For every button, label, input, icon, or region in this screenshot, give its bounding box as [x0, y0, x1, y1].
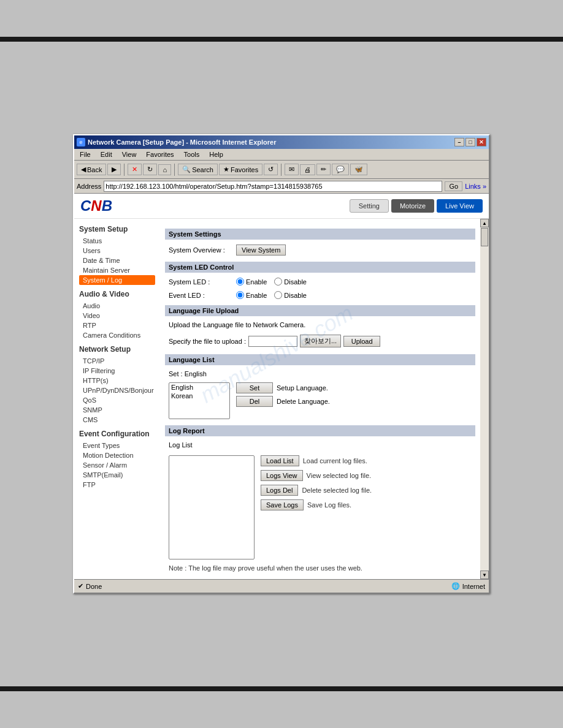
- back-button[interactable]: ◀ Back: [77, 164, 106, 175]
- log-listbox[interactable]: [169, 455, 255, 559]
- print-button[interactable]: 🖨: [300, 164, 315, 175]
- mail-button[interactable]: ✉: [285, 164, 299, 175]
- stop-button[interactable]: ✕: [128, 164, 142, 175]
- refresh-button[interactable]: ↻: [143, 164, 157, 175]
- scroll-down-button[interactable]: ▼: [480, 571, 489, 579]
- title-bar: e Network Camera [Setup Page] - Microsof…: [74, 135, 489, 149]
- menu-view[interactable]: View: [120, 150, 139, 159]
- lang-option-english[interactable]: English: [169, 383, 229, 392]
- sidebar-item-datetime[interactable]: Date & Time: [79, 256, 155, 265]
- logs-del-desc: Delete selected log file.: [302, 487, 372, 494]
- system-overview-row: System Overview : View System: [165, 243, 475, 257]
- sidebar-item-snmp[interactable]: SNMP: [79, 405, 155, 415]
- cnb-logo: CNB: [80, 197, 112, 214]
- sidebar-item-https[interactable]: HTTP(s): [79, 376, 155, 385]
- sidebar-item-video[interactable]: Video: [79, 311, 155, 320]
- sidebar-item-audio[interactable]: Audio: [79, 301, 155, 311]
- stop-icon: ✕: [132, 165, 137, 173]
- event-led-disable-radio[interactable]: [274, 291, 282, 299]
- discuss-button[interactable]: 💬: [332, 164, 349, 175]
- scrollbar[interactable]: ▲ ▼: [480, 219, 489, 579]
- sidebar-item-status[interactable]: Status: [79, 236, 155, 246]
- sidebar-item-motion-detection[interactable]: Motion Detection: [79, 450, 155, 460]
- star-icon: ★: [223, 165, 229, 173]
- sidebar-item-tcpip[interactable]: TCP/IP: [79, 356, 155, 366]
- sidebar-item-event-types[interactable]: Event Types: [79, 441, 155, 450]
- lang-set-desc: Setup Language.: [277, 384, 328, 392]
- menu-file[interactable]: File: [78, 150, 93, 159]
- view-system-button[interactable]: View System: [236, 245, 286, 256]
- menu-help[interactable]: Help: [207, 150, 225, 159]
- logs-view-desc: View selected log file.: [307, 472, 372, 479]
- lang-browse-button[interactable]: 찾아보기...: [300, 335, 341, 347]
- media-button[interactable]: ↺: [264, 164, 278, 175]
- system-led-enable-label: Enable: [236, 278, 267, 286]
- lang-set-button[interactable]: Set: [236, 382, 273, 393]
- msn-button[interactable]: 🦋: [350, 164, 367, 175]
- sidebar-item-smtp[interactable]: SMTP(Email): [79, 470, 155, 480]
- lang-listbox[interactable]: English Korean: [169, 382, 230, 419]
- sidebar-item-camera-conditions[interactable]: Camera Conditions: [79, 330, 155, 340]
- lang-list-header: Language List: [165, 354, 475, 365]
- system-led-enable-text: Enable: [246, 278, 267, 286]
- sidebar-item-ip-filtering[interactable]: IP Filtering: [79, 366, 155, 376]
- close-button[interactable]: ✕: [477, 138, 486, 146]
- log-list-label: Log List: [169, 441, 193, 449]
- scroll-up-button[interactable]: ▲: [480, 219, 489, 227]
- system-led-radio-group: Enable Disable: [236, 278, 307, 286]
- menu-tools[interactable]: Tools: [182, 150, 202, 159]
- liveview-button[interactable]: Live View: [437, 199, 483, 213]
- log-note: Note : The log file may prove useful whe…: [165, 562, 475, 574]
- sidebar-item-users[interactable]: Users: [79, 246, 155, 256]
- sidebar-item-cms[interactable]: CMS: [79, 415, 155, 425]
- system-led-label: System LED :: [169, 278, 236, 286]
- ie-window: e Network Camera [Setup Page] - Microsof…: [73, 134, 490, 594]
- sidebar-item-syslog[interactable]: System / Log: [79, 275, 155, 285]
- maximize-button[interactable]: □: [465, 138, 475, 146]
- status-done: Done: [86, 583, 102, 590]
- sidebar-item-qos[interactable]: QoS: [79, 395, 155, 405]
- forward-button[interactable]: ▶: [107, 164, 121, 175]
- system-led-enable-radio[interactable]: [236, 278, 244, 286]
- event-led-disable-label: Disable: [274, 291, 307, 299]
- lang-upload-button[interactable]: Upload: [343, 336, 380, 347]
- home-button[interactable]: ⌂: [158, 164, 171, 175]
- event-led-disable-text: Disable: [284, 292, 307, 299]
- event-led-enable-radio[interactable]: [236, 291, 244, 299]
- refresh-icon: ↻: [147, 165, 153, 173]
- search-button[interactable]: 🔍 Search: [178, 164, 218, 175]
- menu-favorites[interactable]: Favorites: [144, 150, 175, 159]
- home-icon: ⌂: [163, 166, 167, 173]
- sidebar-item-rtp[interactable]: RTP: [79, 320, 155, 330]
- sidebar-item-upnp[interactable]: UPnP/DynDNS/Bonjour: [79, 385, 155, 395]
- lang-upload-file-input[interactable]: [248, 336, 297, 347]
- logs-view-button[interactable]: Logs View: [261, 470, 303, 481]
- status-right: 🌐 Internet: [451, 582, 485, 590]
- links-button[interactable]: Links »: [465, 183, 486, 190]
- system-led-disable-radio[interactable]: [274, 278, 282, 286]
- go-button[interactable]: Go: [445, 181, 462, 191]
- load-list-button[interactable]: Load List: [261, 455, 299, 466]
- edit-button[interactable]: ✏: [316, 164, 331, 175]
- address-input[interactable]: [104, 181, 442, 192]
- menu-edit[interactable]: Edit: [99, 150, 114, 159]
- setting-button[interactable]: Setting: [350, 199, 389, 213]
- scroll-thumb[interactable]: [481, 228, 488, 246]
- print-icon: 🖨: [304, 166, 311, 173]
- sidebar-item-sensor-alarm[interactable]: Sensor / Alarm: [79, 460, 155, 470]
- system-overview-label: System Overview :: [169, 246, 236, 254]
- lang-upload-header: Language File Upload: [165, 305, 475, 316]
- save-logs-button[interactable]: Save Logs: [261, 499, 304, 510]
- sidebar-item-maintain[interactable]: Maintain Server: [79, 265, 155, 275]
- status-internet: Internet: [462, 583, 485, 590]
- motorize-button[interactable]: Motorize: [391, 199, 434, 213]
- scroll-track[interactable]: [480, 227, 489, 571]
- lang-del-button[interactable]: Del: [236, 396, 273, 407]
- header-buttons: Setting Motorize Live View: [350, 199, 483, 213]
- logs-del-button[interactable]: Logs Del: [261, 485, 298, 496]
- minimize-button[interactable]: –: [454, 138, 464, 146]
- forward-icon: ▶: [112, 165, 117, 173]
- sidebar-item-ftp[interactable]: FTP: [79, 480, 155, 490]
- lang-option-korean[interactable]: Korean: [169, 392, 229, 400]
- favorites-button[interactable]: ★ Favorites: [219, 164, 262, 175]
